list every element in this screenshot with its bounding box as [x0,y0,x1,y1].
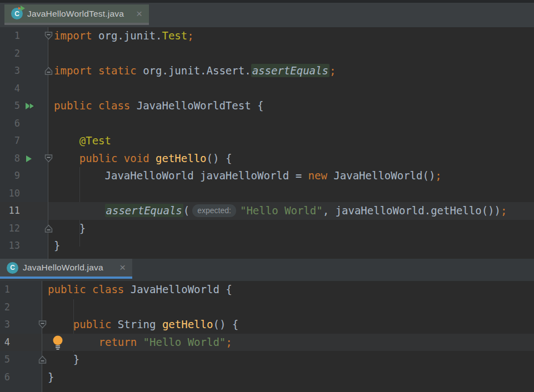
code-token: import [54,29,92,42]
code-line[interactable]: 7 @Test [0,132,534,150]
code-token: public void [79,152,156,164]
editor-tab-bar-top: C JavaHelloWorldTest.java × [0,0,534,27]
code-line[interactable]: 12 } [0,220,534,238]
code-line[interactable]: 5 } [0,351,534,369]
tab-close-icon[interactable]: × [119,264,126,272]
code-token: public class [48,283,124,295]
code-token: "Hello World" [137,336,226,348]
line-number[interactable]: 8 [0,150,20,168]
run-test-class-icon[interactable] [25,102,36,112]
line-number[interactable]: 2 [0,45,20,63]
code-token: assertEquals [251,64,330,77]
fold-end-icon[interactable] [44,224,53,235]
line-number[interactable]: 4 [0,80,20,98]
code-token: getHello [162,318,213,330]
code-line[interactable]: 2 [0,45,534,63]
code-line[interactable]: 9 JavaHelloWorld javaHelloWorld = new Ja… [0,167,534,185]
code-text: public String getHello() { [48,316,238,334]
code-text: } [48,369,54,386]
code-token: ; [330,64,336,77]
code-text: assertEquals(expected:"Hello World", jav… [54,202,507,220]
code-token [48,336,99,348]
code-text: import static org.junit.Assert.assertEqu… [54,62,336,80]
line-number[interactable]: 1 [0,281,10,299]
code-token: new [308,169,327,182]
code-line[interactable]: 4 return "Hello World"; [0,334,534,351]
code-token: ; [501,204,507,217]
line-number[interactable]: 5 [0,351,10,369]
code-token: "Hello World" [240,204,323,217]
line-number[interactable]: 13 [0,237,20,255]
code-line[interactable]: 2 [0,299,534,316]
code-text: JavaHelloWorld javaHelloWorld = new Java… [54,167,442,185]
code-text: import org.junit.Test; [54,27,194,45]
code-text: public class JavaHelloWorld { [48,281,232,299]
code-token: org.junit. [92,29,162,42]
code-token: assertEquals [105,204,183,217]
line-number[interactable]: 11 [0,202,20,220]
code-token: JavaHelloWorld javaHelloWorld = [54,169,308,182]
code-line[interactable]: 8 public void getHello() { [0,150,534,168]
code-token: } [54,239,60,252]
code-token: } [48,353,79,365]
run-test-method-icon[interactable] [25,155,33,165]
code-token [54,204,105,217]
code-token: String [111,318,162,330]
code-line[interactable]: 10 [0,185,534,203]
fold-end-icon[interactable] [44,66,53,78]
line-number[interactable]: 3 [0,316,10,334]
code-line[interactable]: 1public class JavaHelloWorld { [0,281,534,299]
line-number[interactable]: 1 [0,27,20,45]
code-line[interactable]: 6} [0,369,534,386]
line-number[interactable]: 10 [0,185,20,203]
tab-title: JavaHelloWorldTest.java [27,9,124,19]
code-token: import static [54,64,137,77]
code-line[interactable]: 4 [0,80,534,98]
code-token: JavaHelloWorldTest { [130,99,263,112]
code-token: } [54,222,86,234]
java-class-icon: C [7,262,18,274]
line-number[interactable]: 7 [0,132,20,150]
fold-start-icon[interactable] [44,154,53,165]
java-class-icon: C [11,8,23,19]
line-number[interactable]: 4 [0,334,10,351]
code-token [48,318,73,330]
line-number[interactable]: 6 [0,369,10,386]
fold-end-icon[interactable] [38,355,47,366]
editor-pane-test-file[interactable]: 1import org.junit.Test;23import static o… [0,27,534,259]
fold-start-icon[interactable] [38,320,47,331]
code-line[interactable]: 3 public String getHello() { [0,316,534,334]
code-line[interactable]: 11 assertEquals(expected:"Hello World", … [0,202,534,220]
code-token [54,152,79,164]
code-line[interactable]: 6 [0,115,534,133]
code-line[interactable]: 13} [0,237,534,255]
code-token: () { [207,152,232,164]
code-text: public class JavaHelloWorldTest { [54,97,264,115]
code-line[interactable]: 1import org.junit.Test; [0,27,534,45]
code-token: , javaHelloWorld.getHello()) [323,204,501,217]
tab-javahelloworld-java[interactable]: C JavaHelloWorld.java × [0,259,132,279]
editor-pane-class-file[interactable]: 1public class JavaHelloWorld {23 public … [0,281,534,392]
code-token [54,134,79,147]
tab-close-icon[interactable]: × [136,10,142,18]
code-line[interactable]: 3import static org.junit.Assert.assertEq… [0,62,534,80]
code-token: Test [162,29,187,42]
line-number[interactable]: 12 [0,220,20,238]
ide-window: C JavaHelloWorldTest.java × 1import org.… [0,0,534,392]
class-icon-letter: C [10,264,15,272]
code-token: ; [226,336,232,348]
line-number[interactable]: 6 [0,115,20,133]
code-line[interactable]: 5public class JavaHelloWorldTest { [0,97,534,115]
line-number[interactable]: 3 [0,62,20,80]
code-token: public [73,318,112,330]
fold-start-icon[interactable] [44,31,53,43]
tab-title: JavaHelloWorld.java [23,263,103,273]
line-number[interactable]: 9 [0,167,20,185]
code-text: } [48,351,79,369]
code-token: @Test [79,134,111,147]
code-token: getHello [156,152,207,164]
editor-tab-bar-bottom: C JavaHelloWorld.java × [0,259,534,281]
line-number[interactable]: 2 [0,299,10,316]
line-number[interactable]: 5 [0,97,20,115]
tab-javahelloworldtest-java[interactable]: C JavaHelloWorldTest.java × [4,4,149,25]
